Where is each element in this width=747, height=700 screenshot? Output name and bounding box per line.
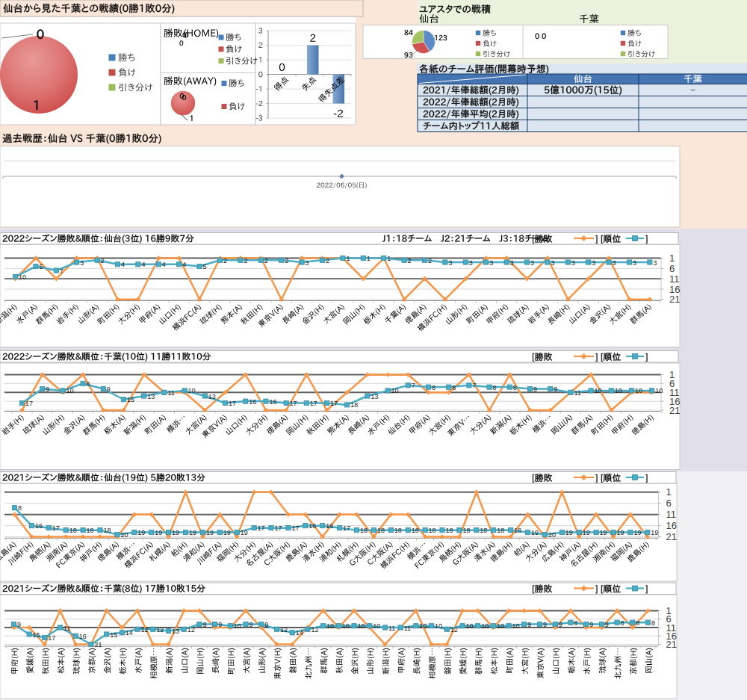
svg-text:4: 4 <box>121 261 125 268</box>
svg-text:16: 16 <box>309 522 316 530</box>
svg-text:15: 15 <box>127 396 134 403</box>
svg-text:17: 17 <box>291 524 299 532</box>
svg-text:2: 2 <box>285 257 288 264</box>
svg-text:17: 17 <box>229 400 236 407</box>
svg-text:18: 18 <box>480 527 487 534</box>
svg-text:2: 2 <box>264 257 268 264</box>
svg-text:20: 20 <box>548 531 556 539</box>
svg-text:9: 9 <box>264 621 268 628</box>
svg-text:15: 15 <box>33 631 40 639</box>
svg-text:12: 12 <box>280 626 288 634</box>
svg-text:2: 2 <box>244 257 247 264</box>
svg-text:8: 8 <box>636 619 639 627</box>
svg-text:9: 9 <box>218 621 222 628</box>
svg-text:4: 4 <box>182 261 186 268</box>
svg-text:10: 10 <box>497 622 504 630</box>
svg-text:19: 19 <box>600 529 607 536</box>
svg-text:3: 3 <box>571 259 575 267</box>
svg-text:10: 10 <box>373 622 380 630</box>
svg-text:9: 9 <box>554 385 557 393</box>
svg-text:10: 10 <box>481 622 489 630</box>
svg-text:16: 16 <box>666 520 677 531</box>
svg-text:17: 17 <box>25 400 33 407</box>
svg-text:10: 10 <box>635 387 642 394</box>
svg-text:13: 13 <box>371 393 378 400</box>
svg-text:11: 11 <box>574 389 580 397</box>
svg-text:2: 2 <box>326 257 329 264</box>
svg-text:2: 2 <box>101 257 105 264</box>
svg-text:3: 3 <box>613 259 616 267</box>
svg-text:4: 4 <box>162 261 166 268</box>
svg-text:11: 11 <box>167 389 174 397</box>
svg-text:15: 15 <box>110 631 117 639</box>
svg-text:18: 18 <box>514 527 521 534</box>
svg-text:19: 19 <box>172 529 179 536</box>
svg-text:12: 12 <box>141 626 149 634</box>
svg-text:3: 3 <box>592 259 595 267</box>
svg-text:19: 19 <box>565 529 573 536</box>
svg-text:1: 1 <box>346 255 350 262</box>
svg-text:8: 8 <box>452 384 456 391</box>
svg-text:10: 10 <box>435 622 442 630</box>
svg-text:3: 3 <box>633 259 636 267</box>
svg-text:11: 11 <box>388 625 395 632</box>
svg-text:10: 10 <box>188 387 196 394</box>
svg-text:18: 18 <box>69 527 77 534</box>
svg-text:2: 2 <box>408 257 412 264</box>
svg-text:10: 10 <box>595 387 602 394</box>
svg-text:3: 3 <box>530 259 534 267</box>
svg-text:8: 8 <box>574 619 577 627</box>
svg-text:5: 5 <box>203 263 207 270</box>
svg-text:3: 3 <box>306 259 309 267</box>
svg-text:10: 10 <box>342 622 350 630</box>
svg-text:9: 9 <box>559 621 562 628</box>
svg-text:21: 21 <box>666 639 677 650</box>
svg-text:6: 6 <box>87 380 90 388</box>
svg-text:9: 9 <box>605 621 609 628</box>
svg-text:19: 19 <box>223 529 231 536</box>
svg-text:3: 3 <box>448 259 452 267</box>
svg-text:5: 5 <box>39 263 43 270</box>
svg-text:9: 9 <box>527 621 531 628</box>
svg-text:21: 21 <box>666 531 677 542</box>
svg-text:10: 10 <box>419 622 427 630</box>
svg-text:21: 21 <box>669 294 680 305</box>
svg-text:18: 18 <box>462 527 470 534</box>
svg-text:18: 18 <box>104 527 111 534</box>
svg-text:19: 19 <box>633 529 641 536</box>
svg-text:17: 17 <box>310 400 317 407</box>
svg-text:11: 11 <box>404 625 411 632</box>
svg-text:14: 14 <box>125 629 133 636</box>
svg-text:9: 9 <box>589 621 593 628</box>
svg-text:3: 3 <box>489 259 493 267</box>
svg-text:19: 19 <box>241 529 248 536</box>
svg-text:1: 1 <box>666 486 672 498</box>
svg-text:3: 3 <box>469 259 473 267</box>
svg-text:8: 8 <box>493 384 497 391</box>
svg-text:18: 18 <box>429 527 436 534</box>
svg-text:3: 3 <box>80 259 84 267</box>
svg-text:10: 10 <box>391 387 399 394</box>
svg-text:10: 10 <box>234 622 241 630</box>
svg-text:13: 13 <box>172 628 179 635</box>
svg-text:1: 1 <box>669 253 675 264</box>
svg-text:10: 10 <box>655 387 663 394</box>
svg-text:9: 9 <box>533 385 537 393</box>
svg-text:12: 12 <box>450 626 458 634</box>
svg-text:8: 8 <box>621 619 624 627</box>
svg-text:4: 4 <box>141 261 145 268</box>
svg-text:20: 20 <box>120 531 128 539</box>
svg-text:3: 3 <box>551 259 554 267</box>
svg-text:12: 12 <box>187 626 195 634</box>
svg-text:18: 18 <box>497 527 504 534</box>
svg-text:19: 19 <box>137 529 145 536</box>
svg-text:14: 14 <box>296 629 303 636</box>
svg-text:9: 9 <box>46 385 49 393</box>
svg-text:21: 21 <box>94 641 102 648</box>
svg-text:18: 18 <box>412 527 419 534</box>
svg-text:19: 19 <box>617 529 624 536</box>
svg-text:11: 11 <box>63 625 70 632</box>
svg-text:17: 17 <box>275 524 282 532</box>
svg-text:12: 12 <box>311 626 318 634</box>
svg-text:17: 17 <box>330 400 338 407</box>
